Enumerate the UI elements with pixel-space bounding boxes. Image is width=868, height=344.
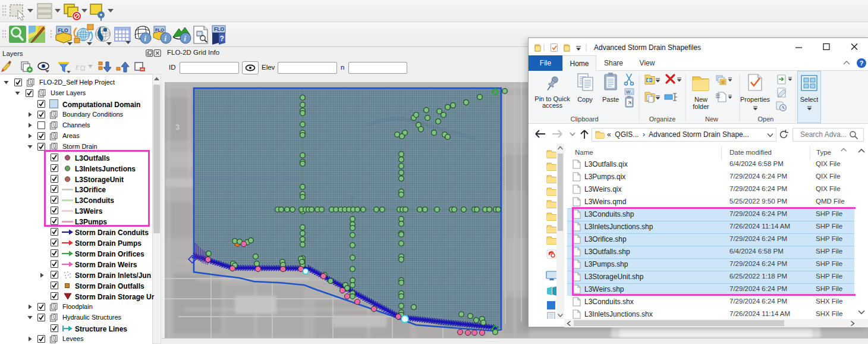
- svg-text:3: 3: [175, 123, 180, 132]
- svg-text:ε: ε: [76, 62, 79, 71]
- svg-text:?: ?: [220, 35, 224, 43]
- svg-text:FLO: FLO: [58, 27, 68, 33]
- svg-text:W..: W..: [626, 89, 633, 95]
- svg-text:FLO: FLO: [214, 26, 224, 32]
